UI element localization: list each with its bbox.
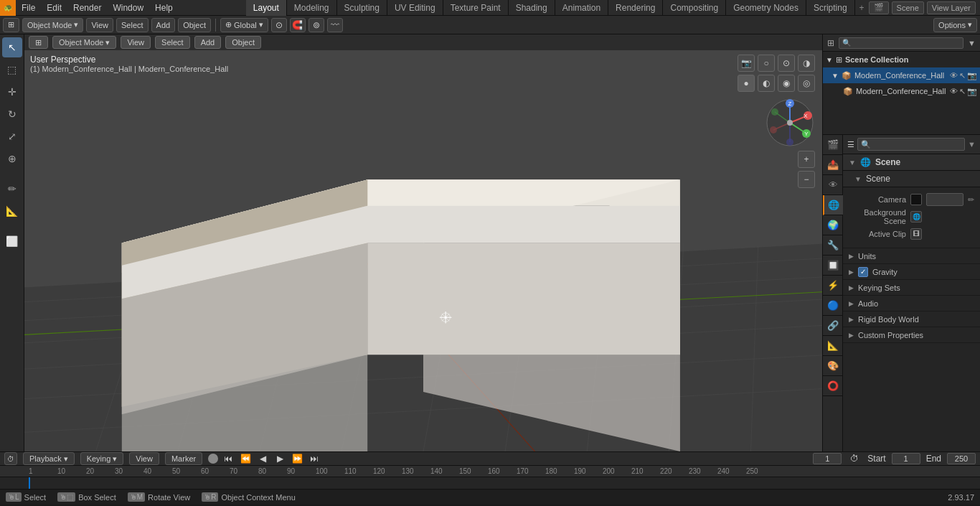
props-menu-icon[interactable]: ☰ <box>847 140 854 149</box>
play-back-btn[interactable]: ◀ <box>255 452 270 465</box>
item-0-vis[interactable]: 👁 <box>950 71 958 80</box>
props-tab-physics[interactable]: 🔵 <box>823 296 843 316</box>
tab-layout[interactable]: Layout <box>246 0 287 16</box>
tab-sculpting[interactable]: Sculpting <box>337 0 387 16</box>
timeline-editor-btn[interactable]: ⏱ <box>4 452 17 465</box>
shading-render-btn[interactable]: ◉ <box>778 75 795 92</box>
editor-type-btn[interactable]: ⊞ <box>3 18 19 32</box>
menu-edit[interactable]: Edit <box>41 0 67 16</box>
object-mode-btn[interactable]: Object Mode ▾ <box>22 18 83 32</box>
menu-window[interactable]: Window <box>107 0 149 16</box>
keying-sets-section[interactable]: ▶ Keying Sets <box>843 280 980 296</box>
playback-btn[interactable]: Playback ▾ <box>23 452 75 465</box>
viewport-add-btn[interactable]: Add <box>194 36 222 49</box>
viewport-view-btn[interactable]: View <box>121 36 151 49</box>
current-frame-input[interactable] <box>813 453 842 464</box>
item-1-vis[interactable]: 👁 <box>950 87 958 96</box>
scene-section-header[interactable]: ▼ 🌐 Scene <box>843 154 980 171</box>
tab-animation[interactable]: Animation <box>555 0 608 16</box>
annotate-tool[interactable]: ✏ <box>2 179 22 199</box>
zoom-out-btn[interactable]: − <box>798 171 815 188</box>
scale-tool[interactable]: ⤢ <box>2 126 22 146</box>
props-tab-freestyle[interactable]: ⭕ <box>823 376 843 396</box>
snap-btn[interactable]: 🧲 <box>290 18 306 32</box>
menu-file[interactable]: File <box>16 0 41 16</box>
scene-sub-header[interactable]: ▼ Scene <box>843 171 980 187</box>
props-tab-scene[interactable]: 🌐 <box>823 195 843 215</box>
engine-btn[interactable]: 🎬 <box>869 1 889 14</box>
keying-btn[interactable]: Keying ▾ <box>80 452 124 465</box>
props-tab-object[interactable]: 🔧 <box>823 235 843 256</box>
marker-btn[interactable]: Marker <box>165 452 202 465</box>
playhead[interactable] <box>29 477 30 489</box>
tab-geometry-nodes[interactable]: Geometry Nodes <box>726 0 806 16</box>
shading-material-btn[interactable]: ◐ <box>758 75 775 92</box>
item-0-sel[interactable]: ↖ <box>959 71 966 80</box>
camera-edit-icon[interactable]: ✏ <box>968 195 974 205</box>
outliner-item-0[interactable]: ▼ 📦 Modern_Conference_Hall 👁 ↖ 📷 <box>823 67 980 83</box>
pivot-btn[interactable]: ⊙ <box>271 18 287 32</box>
object-btn[interactable]: Object <box>178 18 211 32</box>
props-tab-constraints[interactable]: 🔗 <box>823 316 843 336</box>
props-tab-data[interactable]: 📐 <box>823 336 843 356</box>
item-1-ren[interactable]: 📷 <box>967 87 977 96</box>
outliner-scene-collection[interactable]: ▼ ⊞ Scene Collection <box>823 52 980 67</box>
transform-tool[interactable]: ⊕ <box>2 149 22 169</box>
props-tab-view-layer[interactable]: 👁 <box>823 175 843 195</box>
select-box-tool[interactable]: ⬚ <box>2 60 22 80</box>
transform-btn[interactable]: ⊕ Global ▾ <box>220 18 268 32</box>
rigid-body-section[interactable]: ▶ Rigid Body World <box>843 311 980 327</box>
props-tab-particles[interactable]: ⚡ <box>823 276 843 296</box>
tab-modeling[interactable]: Modeling <box>287 0 337 16</box>
view-btn[interactable]: View <box>86 18 113 32</box>
menu-help[interactable]: Help <box>149 0 179 16</box>
editor-type-header-btn[interactable]: ⊞ <box>29 36 48 49</box>
viewport-camera-btn[interactable]: 📷 <box>738 55 755 72</box>
props-tab-material[interactable]: 🎨 <box>823 356 843 376</box>
gravity-section[interactable]: ▶ ✓ Gravity <box>843 264 980 280</box>
viewport-select-btn[interactable]: Select <box>155 36 190 49</box>
select-btn[interactable]: Select <box>116 18 149 32</box>
viewport-object-btn[interactable]: Object <box>225 36 261 49</box>
props-search-icon[interactable]: ▼ <box>968 140 976 149</box>
viewport-gizmo[interactable]: X Y Z <box>765 98 815 148</box>
jump-start-btn[interactable]: ⏮ <box>221 452 235 465</box>
shading-rendered-btn[interactable]: ◎ <box>798 75 815 92</box>
move-tool[interactable]: ✛ <box>2 82 22 102</box>
step-fwd-btn[interactable]: ⏩ <box>290 452 304 465</box>
blender-logo[interactable]: 🐢 <box>0 0 16 16</box>
shading-solid-btn[interactable]: ● <box>738 75 755 92</box>
audio-section[interactable]: ▶ Audio <box>843 296 980 311</box>
tab-compositing[interactable]: Compositing <box>663 0 726 16</box>
props-search-input[interactable] <box>857 138 965 151</box>
custom-props-section[interactable]: ▶ Custom Properties <box>843 327 980 343</box>
camera-value[interactable] <box>926 193 963 206</box>
viewport-overlay-btn[interactable]: ⊙ <box>778 55 795 72</box>
add-workspace-tab[interactable]: + <box>855 3 869 13</box>
play-btn[interactable]: ▶ <box>273 452 287 465</box>
tab-uv-editing[interactable]: UV Editing <box>387 0 443 16</box>
tab-texture-paint[interactable]: Texture Paint <box>443 0 509 16</box>
step-back-btn[interactable]: ⏪ <box>238 452 253 465</box>
item-0-ren[interactable]: 📷 <box>967 71 977 80</box>
timeline-view-btn[interactable]: View <box>129 452 159 465</box>
start-frame-input[interactable] <box>892 453 920 464</box>
add-cube-tool[interactable]: ⬜ <box>2 231 22 251</box>
outliner-search[interactable] <box>839 37 963 49</box>
falloff-btn[interactable]: 〰 <box>327 18 343 32</box>
viewport[interactable]: ⊞ Object Mode ▾ View Select Add Object U… <box>24 34 822 451</box>
props-tab-world[interactable]: 🌍 <box>823 215 843 235</box>
outliner-item-1[interactable]: 📦 Modern_Conference_Hall 👁 ↖ 📷 <box>823 83 980 99</box>
add-btn[interactable]: Add <box>151 18 176 32</box>
zoom-in-btn[interactable]: + <box>798 151 815 168</box>
proportional-btn[interactable]: ⊚ <box>308 18 324 32</box>
menu-render[interactable]: Render <box>67 0 107 16</box>
time-options-btn[interactable]: ⏱ <box>847 452 862 465</box>
view-layer-btn[interactable]: View Layer <box>927 1 976 14</box>
props-tab-output[interactable]: 📤 <box>823 155 843 175</box>
item-1-sel[interactable]: ↖ <box>959 87 966 96</box>
cursor-tool[interactable]: ↖ <box>2 37 22 57</box>
props-tab-modifier[interactable]: 🔲 <box>823 256 843 276</box>
record-btn[interactable] <box>208 454 218 464</box>
tab-scripting[interactable]: Scripting <box>806 0 855 16</box>
